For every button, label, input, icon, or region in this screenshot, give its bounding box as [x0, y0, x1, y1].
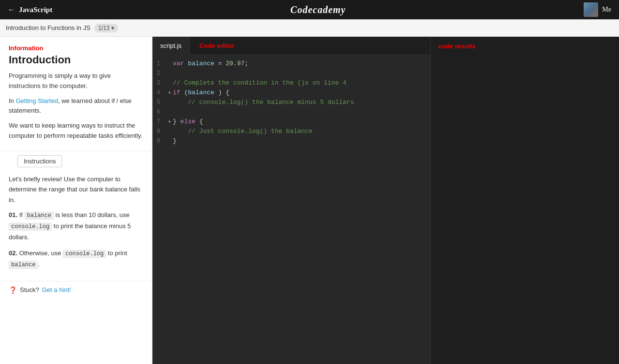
nav-course-label: JavaScript: [19, 6, 52, 14]
code-line: 6: [152, 107, 430, 117]
line-code: // console.log() the balance minus 5 dol…: [173, 98, 354, 107]
code-line: 2: [152, 69, 430, 78]
results-header: code results: [431, 37, 619, 55]
code-line: 7▾} else {: [152, 117, 430, 127]
line-number: 6: [152, 107, 168, 117]
line-number: 9: [152, 136, 168, 146]
editor-tabs: script.js Code editor: [152, 37, 430, 54]
fold-indicator: ▾: [168, 117, 173, 127]
step2-text-prefix: Otherwise, use: [19, 249, 63, 257]
step1-text-prefix: If: [19, 211, 25, 218]
step-2: 02. Otherwise, use console.log to print …: [9, 248, 143, 270]
progress-badge[interactable]: 1/13 ▾: [94, 24, 118, 32]
top-nav: ← JavaScript Codecademy Me: [0, 0, 619, 19]
instructions-body: Let's briefly review! Use the computer t…: [0, 174, 152, 270]
user-menu[interactable]: Me: [584, 2, 611, 17]
code-area[interactable]: 1var balance = 20.97;23// Complete the c…: [152, 54, 430, 364]
info-heading: Introduction: [9, 54, 143, 66]
line-number: 2: [152, 69, 168, 78]
info-para1: Programming is simply a way to give inst…: [9, 71, 143, 91]
stuck-section: ❓ Stuck? Get a hint!: [0, 281, 152, 302]
code-line: 1var balance = 20.97;: [152, 59, 430, 69]
instructions-intro: Let's briefly review! Use the computer t…: [9, 174, 143, 205]
step2-num: 02.: [9, 249, 17, 257]
sub-nav: Introduction to Functions in JS 1/13 ▾: [0, 19, 619, 37]
progress-arrow-icon: ▾: [111, 25, 114, 31]
code-line: 3// Complete the condition in the ()s on…: [152, 78, 430, 88]
brand-logo: Codecademy: [290, 4, 346, 15]
line-code: if (balance ) {: [173, 88, 229, 98]
line-code: var balance = 20.97;: [173, 59, 248, 69]
script-js-tab[interactable]: script.js: [152, 37, 190, 54]
code-line: 9}: [152, 136, 430, 146]
info-para2: In Getting Started, we learned about if …: [9, 96, 143, 116]
right-area: script.js Code editor 1var balance = 20.…: [152, 37, 619, 364]
user-label: Me: [602, 6, 611, 14]
info-para3: We want to keep learning ways to instruc…: [9, 121, 143, 141]
code-line: 5 // console.log() the balance minus 5 d…: [152, 98, 430, 107]
step1-num: 01.: [9, 211, 17, 218]
stuck-label: Stuck?: [20, 286, 39, 293]
step2-text-suffix: .: [38, 261, 40, 268]
code-line: 8 // Just console.log() the balance: [152, 127, 430, 136]
step2-code1: console.log: [63, 250, 106, 258]
step-1: 01. If balance is less than 10 dollars, …: [9, 210, 143, 242]
line-code: // Just console.log() the balance: [173, 127, 313, 136]
step1-code1: balance: [25, 212, 54, 219]
step1-code2: console.log: [9, 223, 52, 231]
info-section: Information Introduction Programming is …: [0, 37, 152, 151]
info-label: Information: [9, 44, 143, 52]
code-content[interactable]: 1var balance = 20.97;23// Complete the c…: [152, 54, 430, 364]
instructions-section: Instructions Let's briefly review! Use t…: [0, 151, 152, 281]
line-code: }: [173, 136, 177, 146]
results-label: code results: [438, 43, 476, 50]
line-number: 7: [152, 117, 168, 127]
back-button[interactable]: ← JavaScript: [8, 6, 52, 14]
step1-text-mid: is less than 10 dollars, use: [54, 211, 130, 218]
line-number: 8: [152, 127, 168, 136]
getting-started-link[interactable]: Getting Started: [15, 97, 58, 104]
line-code: } else {: [173, 117, 203, 127]
step2-text-mid: to print: [106, 249, 127, 257]
course-title: Introduction to Functions in JS: [6, 24, 91, 31]
results-body: [431, 55, 619, 364]
progress-text: 1/13: [98, 25, 109, 31]
code-line: 4▾if (balance ) {: [152, 88, 430, 98]
line-code: // Complete the condition in the ()s on …: [173, 78, 347, 88]
main-layout: Information Introduction Programming is …: [0, 37, 619, 364]
results-panel: code results: [430, 37, 619, 364]
code-editor: script.js Code editor 1var balance = 20.…: [152, 37, 430, 364]
instructions-tab[interactable]: Instructions: [17, 155, 62, 167]
back-arrow-icon: ←: [8, 6, 15, 14]
line-number: 3: [152, 78, 168, 88]
line-number: 1: [152, 59, 168, 69]
line-number: 5: [152, 98, 168, 107]
step2-code2: balance: [9, 261, 38, 269]
code-editor-label: Code editor: [190, 37, 244, 54]
line-number: 4: [152, 88, 168, 98]
hint-link[interactable]: Get a hint!: [42, 286, 71, 293]
help-icon: ❓: [9, 286, 17, 294]
avatar: [584, 2, 598, 17]
fold-indicator: ▾: [168, 88, 173, 98]
left-panel: Information Introduction Programming is …: [0, 37, 152, 364]
info-para2-prefix: In: [9, 97, 15, 104]
